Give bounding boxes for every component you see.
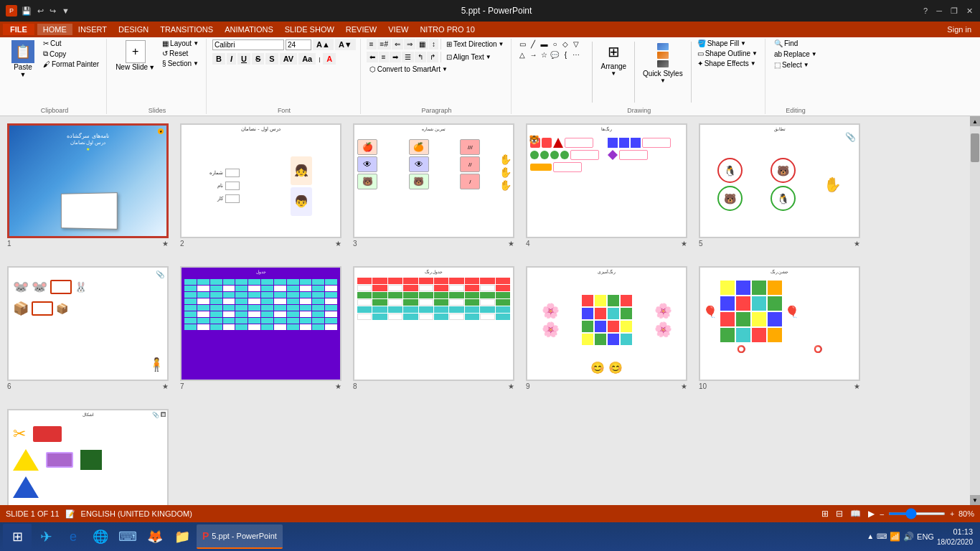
- justify-button[interactable]: ☰: [402, 52, 414, 62]
- start-button[interactable]: ⊞: [3, 524, 32, 550]
- find-button[interactable]: 🔍 Find: [771, 39, 801, 48]
- slide-9-thumb[interactable]: رنگ‌آمیزی 🌸 🌸: [526, 266, 687, 381]
- decrease-font-button[interactable]: A▼: [335, 39, 356, 50]
- slide-4-thumb[interactable]: رنگ‌ها: [526, 123, 687, 238]
- tab-home[interactable]: HOME: [37, 24, 72, 35]
- shape-tri[interactable]: △: [517, 50, 527, 60]
- tab-animations[interactable]: ANIMATIONS: [219, 24, 279, 35]
- scroll-thumb[interactable]: [971, 133, 979, 162]
- tab-slideshow[interactable]: SLIDE SHOW: [279, 24, 340, 35]
- shape-fill-button[interactable]: 🪣 Shape Fill ▼: [694, 39, 760, 48]
- line-spacing-button[interactable]: ↕: [429, 39, 438, 50]
- help-btn[interactable]: ?: [922, 6, 929, 15]
- tab-transitions[interactable]: TRANSITIONS: [154, 24, 219, 35]
- tab-review[interactable]: REVIEW: [340, 24, 382, 35]
- change-case-button[interactable]: Aa: [298, 53, 316, 65]
- align-text-button[interactable]: ⊡ Align Text ▼: [443, 52, 494, 62]
- taskbar-telegram[interactable]: ✈: [33, 524, 59, 550]
- slide-11-thumb[interactable]: اشکال ✂: [7, 409, 169, 505]
- new-slide-button[interactable]: + New Slide ▼: [113, 39, 158, 72]
- slide-7-thumb[interactable]: جدول .tg-cell{width:100%;height:8px;}: [180, 266, 341, 381]
- shape-diamond[interactable]: ◇: [560, 39, 570, 49]
- columns-button[interactable]: ▦: [416, 39, 428, 50]
- shape-more[interactable]: ▽: [571, 39, 581, 49]
- slide-8-thumb[interactable]: جدول رنگ: [353, 266, 514, 381]
- taskbar-folder[interactable]: 📁: [169, 524, 195, 550]
- font-size-input[interactable]: [286, 39, 311, 50]
- convert-smartart-button[interactable]: ⬡ Convert to SmartArt ▼: [367, 65, 451, 74]
- scroll-down-btn[interactable]: ▼: [970, 495, 980, 505]
- close-btn[interactable]: ✕: [965, 6, 974, 16]
- slide-sorter-btn[interactable]: ⊟: [834, 509, 844, 519]
- shape-callout[interactable]: 💬: [550, 50, 560, 60]
- format-painter-button[interactable]: 🖌 Format Painter: [40, 60, 102, 69]
- undo-qat[interactable]: ↩: [36, 6, 45, 16]
- section-button[interactable]: § Section ▼: [159, 59, 202, 68]
- shadow-button[interactable]: S: [265, 53, 278, 65]
- zoom-minus[interactable]: –: [880, 510, 885, 518]
- save-qat[interactable]: 💾: [20, 6, 33, 16]
- zoom-plus[interactable]: +: [950, 510, 954, 518]
- slide-panel[interactable]: نامه‌های سرگشاده درس اول نصامان ★ ★ 1 ★: [0, 116, 970, 505]
- increase-font-button[interactable]: A▲: [313, 39, 334, 50]
- replace-button[interactable]: ab Replace ▼: [771, 50, 820, 59]
- tray-volume[interactable]: 🔊: [903, 532, 914, 542]
- slide-3-thumb[interactable]: تمرین شماره 🍎 🍊 /// 👁 👁 // 🐻 🐻 /: [353, 123, 514, 238]
- shape-rect[interactable]: ▭: [517, 39, 527, 49]
- slide-6-thumb[interactable]: 🐭 🐭 🐰 📦 📦 🧍 📎: [7, 266, 169, 381]
- reset-button[interactable]: ↺ Reset: [159, 49, 202, 58]
- shape-star[interactable]: ☆: [539, 50, 549, 60]
- taskbar-browser[interactable]: 🌐: [88, 524, 113, 550]
- rtl-button[interactable]: ↰: [415, 52, 426, 62]
- shape-line[interactable]: ╱: [528, 39, 538, 49]
- tab-design[interactable]: DESIGN: [113, 24, 154, 35]
- taskbar-ie[interactable]: e: [60, 524, 86, 550]
- tab-view[interactable]: VIEW: [382, 24, 414, 35]
- italic-button[interactable]: I: [227, 53, 236, 65]
- arrange-button[interactable]: ⊞ Arrange ▼: [595, 39, 631, 79]
- shape-effects-button[interactable]: ✦ Shape Effects ▼: [694, 59, 760, 68]
- char-spacing-button[interactable]: AV: [280, 53, 297, 65]
- quick-styles-button[interactable]: Quick Styles ▼: [638, 39, 688, 86]
- taskbar-powerpoint[interactable]: P 5.ppt - PowerPoint: [197, 524, 283, 549]
- tray-show-hidden[interactable]: ▲: [867, 532, 874, 540]
- restore-btn[interactable]: ❐: [949, 6, 959, 16]
- slide-10-thumb[interactable]: جشن رنگ 🎈 🎈 ⭕⭕: [699, 266, 860, 381]
- reading-view-btn[interactable]: 📖: [849, 509, 862, 519]
- text-direction-button[interactable]: ⊞ Text Direction ▼: [443, 39, 507, 50]
- align-right-button[interactable]: ➡: [390, 52, 401, 62]
- vertical-scrollbar[interactable]: ▲ ▼: [970, 116, 980, 505]
- bullets-button[interactable]: ≡: [367, 39, 377, 50]
- increase-indent-button[interactable]: ⇒: [404, 39, 415, 50]
- customize-qat[interactable]: ▼: [60, 6, 71, 15]
- shape-rect2[interactable]: ▬: [539, 39, 549, 49]
- sign-in-btn[interactable]: Sign in: [941, 25, 977, 34]
- scroll-up-btn[interactable]: ▲: [970, 116, 980, 126]
- shape-arrow[interactable]: →: [528, 50, 538, 60]
- scroll-track[interactable]: [970, 126, 980, 495]
- notes-icon[interactable]: 📝: [65, 509, 75, 519]
- redo-qat[interactable]: ↪: [48, 6, 57, 16]
- strikethrough-button[interactable]: S: [252, 53, 264, 65]
- copy-button[interactable]: ⧉ Copy: [40, 49, 102, 59]
- align-left-button[interactable]: ⬅: [367, 52, 378, 62]
- tab-nitro[interactable]: NITRO PRO 10: [414, 24, 480, 35]
- numbering-button[interactable]: ≡#: [377, 39, 391, 50]
- select-button[interactable]: ⬚ Select ▼: [771, 60, 812, 70]
- ltr-button[interactable]: ↱: [427, 52, 438, 62]
- file-menu[interactable]: FILE: [3, 24, 34, 35]
- underline-button[interactable]: U: [237, 53, 250, 65]
- shape-outline-button[interactable]: ▭ Shape Outline ▼: [694, 49, 760, 58]
- normal-view-btn[interactable]: ⊞: [820, 509, 830, 519]
- tray-keyboard-layout[interactable]: ⌨: [877, 532, 887, 540]
- slide-1-thumb[interactable]: نامه‌های سرگشاده درس اول نصامان ★ ★: [7, 123, 169, 238]
- decrease-indent-button[interactable]: ⇐: [392, 39, 403, 50]
- shape-oval[interactable]: ○: [550, 39, 560, 49]
- zoom-slider[interactable]: [888, 512, 946, 515]
- bold-button[interactable]: B: [212, 53, 225, 65]
- minimize-btn[interactable]: ─: [935, 6, 943, 15]
- slide-5-thumb[interactable]: تطابق 🐧 🐻 🐻 🐧 ✋ 📎: [699, 123, 860, 238]
- tab-insert[interactable]: INSERT: [72, 24, 113, 35]
- align-center-button[interactable]: ≡: [379, 52, 389, 62]
- shape-more2[interactable]: ⋯: [571, 50, 581, 60]
